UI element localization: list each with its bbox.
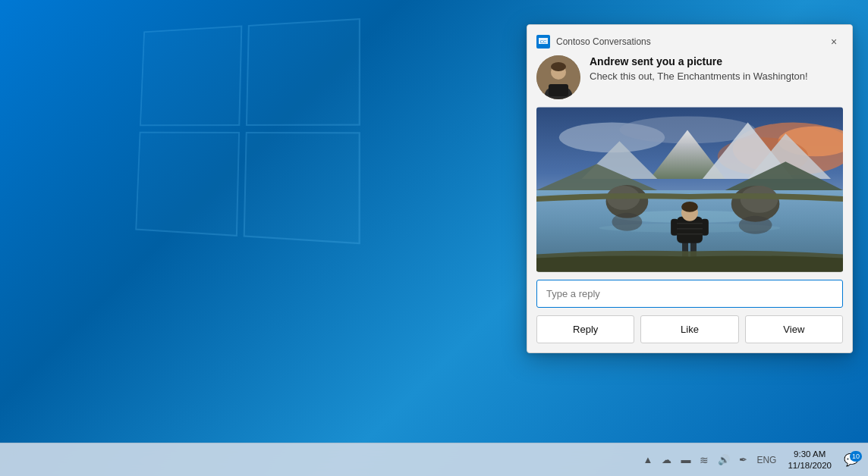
taskbar-clock[interactable]: 9:30 AM 11/18/2020 (783, 449, 836, 471)
notification-center-button[interactable]: 💬 10 (841, 451, 862, 468)
toast-notification: CC Contoso Conversations × Andrew sent y… (527, 24, 853, 353)
taskbar-right-section: ▲ ☁ ▬ ≋ 🔊 ✒ ENG 9:30 AM 11/18/2020 💬 10 (641, 449, 862, 471)
like-button[interactable]: Like (640, 315, 738, 343)
toast-body: Andrew sent you a picture Check this out… (527, 55, 852, 107)
toast-action-buttons: Reply Like View (536, 315, 843, 343)
svg-text:CC: CC (540, 39, 547, 44)
svg-point-37 (681, 202, 698, 212)
chevron-up-icon[interactable]: ▲ (641, 453, 656, 467)
reply-button[interactable]: Reply (536, 315, 634, 343)
toast-text-content: Andrew sent you a picture Check this out… (590, 55, 843, 83)
svg-rect-31 (671, 219, 678, 236)
toast-title: Andrew sent you a picture (590, 55, 843, 67)
notification-badge: 10 (850, 451, 862, 462)
svg-point-26 (612, 213, 643, 231)
app-icon: CC (536, 35, 550, 49)
battery-icon[interactable]: ▬ (678, 453, 693, 467)
pen-icon[interactable]: ✒ (737, 453, 750, 467)
svg-point-25 (741, 186, 778, 213)
toast-image (536, 107, 843, 272)
windows-logo (129, 23, 493, 387)
cloud-icon[interactable]: ☁ (659, 453, 674, 467)
svg-point-5 (551, 62, 566, 71)
taskbar: ▲ ☁ ▬ ≋ 🔊 ✒ ENG 9:30 AM 11/18/2020 💬 10 (0, 443, 868, 476)
language-indicator[interactable]: ENG (754, 453, 778, 467)
svg-rect-32 (701, 219, 709, 236)
view-button[interactable]: View (745, 315, 843, 343)
svg-rect-6 (549, 84, 568, 96)
svg-point-27 (739, 216, 772, 234)
toast-message: Check this out, The Enchantments in Wash… (590, 70, 843, 83)
clock-time: 9:30 AM (794, 449, 826, 460)
toast-header: CC Contoso Conversations × (527, 25, 852, 55)
app-name: Contoso Conversations (556, 36, 825, 47)
wifi-icon[interactable]: ≋ (697, 453, 711, 468)
reply-input-area (536, 280, 843, 308)
avatar (536, 55, 580, 99)
clock-date: 11/18/2020 (788, 460, 832, 471)
reply-input[interactable] (536, 280, 843, 308)
close-button[interactable]: × (825, 33, 843, 51)
volume-icon[interactable]: 🔊 (715, 453, 732, 467)
